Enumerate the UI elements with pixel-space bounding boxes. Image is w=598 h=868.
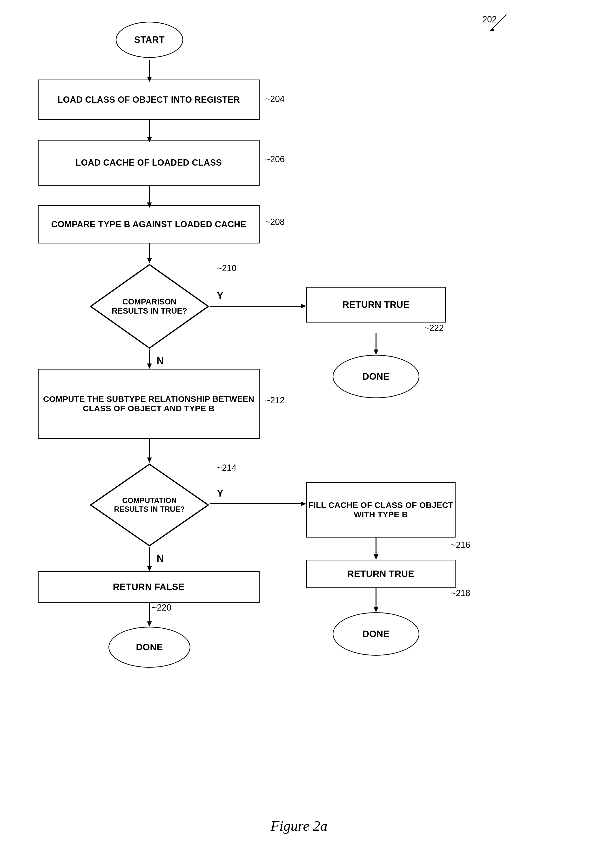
step-208: COMPARE TYPE B AGAINST LOADED CACHE — [38, 205, 260, 244]
ref-222: ~222 — [424, 323, 444, 333]
svg-marker-11 — [374, 350, 378, 355]
svg-text:Y: Y — [217, 488, 223, 499]
ref-214: ~214 — [217, 463, 236, 473]
svg-marker-25 — [147, 621, 152, 627]
svg-marker-7 — [147, 258, 152, 263]
diamond-210: COMPARISON RESULTS IN TRUE? — [89, 263, 210, 350]
figure-caption: Figure 2a — [271, 818, 327, 834]
ref-208: ~208 — [265, 217, 285, 227]
ref-204: ~204 — [265, 94, 285, 104]
done-left-bottom: DONE — [108, 627, 190, 668]
step-222: RETURN TRUE — [306, 287, 446, 323]
svg-marker-21 — [374, 607, 378, 612]
ref-220: ~220 — [152, 603, 171, 613]
ref-206: ~206 — [265, 154, 285, 164]
svg-marker-15 — [147, 457, 152, 463]
step-218: RETURN TRUE — [306, 560, 456, 588]
svg-marker-19 — [374, 554, 378, 560]
ref-216: ~216 — [451, 540, 470, 550]
svg-marker-13 — [147, 363, 152, 369]
done-right-bottom: DONE — [333, 612, 419, 656]
start-node: START — [116, 22, 183, 58]
svg-marker-17 — [301, 501, 306, 506]
step-220: RETURN FALSE — [38, 571, 260, 603]
svg-text:N: N — [157, 553, 164, 563]
step-204: LOAD CLASS OF OBJECT INTO REGISTER — [38, 79, 260, 120]
step-206: LOAD CACHE OF LOADED CLASS — [38, 140, 260, 185]
svg-marker-9 — [301, 304, 306, 309]
svg-text:Y: Y — [217, 290, 223, 301]
ref-218: ~218 — [451, 588, 470, 598]
step-212: COMPUTE THE SUBTYPE RELATIONSHIP BETWEEN… — [38, 369, 260, 439]
svg-marker-23 — [147, 566, 152, 571]
done-right-top: DONE — [333, 355, 419, 398]
step-216: FILL CACHE OF CLASS OF OBJECT WITH TYPE … — [306, 482, 456, 538]
ref-212: ~212 — [265, 395, 285, 405]
ref-202-arrow — [482, 12, 511, 36]
svg-text:N: N — [157, 355, 164, 366]
ref-210: ~210 — [217, 263, 236, 273]
svg-marker-31 — [490, 28, 494, 31]
flowchart-diagram: Y N Y N 202 START LOAD CLASS OF OBJECT I… — [0, 0, 598, 868]
diamond-214: COMPUTATION RESULTS IN TRUE? — [89, 463, 210, 547]
